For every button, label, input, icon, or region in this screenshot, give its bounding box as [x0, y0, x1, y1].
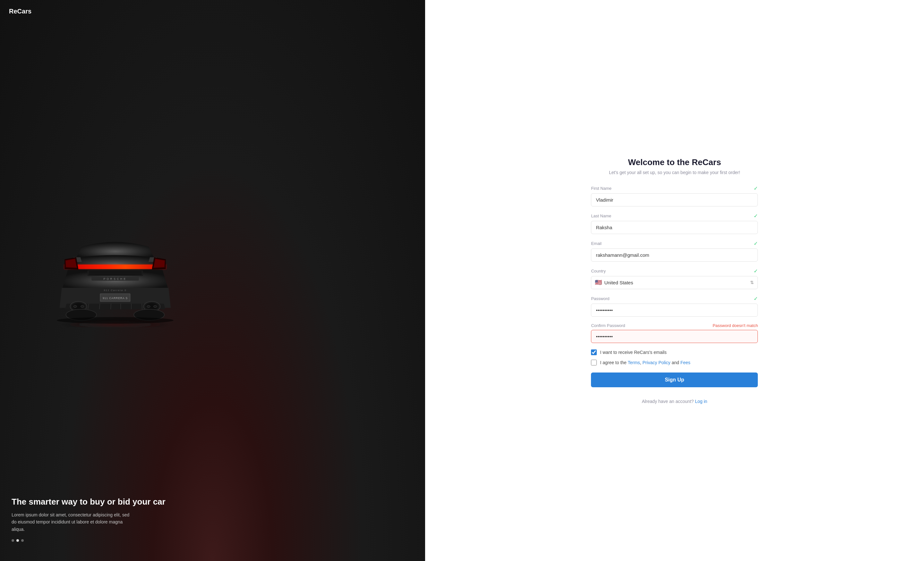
- svg-rect-11: [89, 272, 142, 274]
- privacy-policy-link[interactable]: Privacy Policy: [642, 360, 670, 365]
- email-field-group: Email ✓: [591, 241, 758, 262]
- login-prompt-text: Already have an account?: [642, 399, 694, 404]
- email-valid-icon: ✓: [754, 241, 758, 247]
- first-name-field-group: First Name ✓: [591, 185, 758, 206]
- last-name-valid-icon: ✓: [754, 213, 758, 219]
- app-logo: ReCars: [9, 8, 32, 15]
- confirm-password-field-group: Confirm Password Password doesn't match: [591, 323, 758, 343]
- svg-rect-12: [89, 274, 142, 275]
- hero-content: The smarter way to buy or bid your car L…: [12, 497, 414, 542]
- right-panel: Welcome to the ReCars Let's get your all…: [425, 0, 924, 561]
- country-field-group: Country ✓ 🇺🇸 United States Canada United…: [591, 268, 758, 289]
- car-image: PORSCHE 911 Carrera S 911 CARRERA S: [32, 222, 393, 329]
- confirm-password-label: Confirm Password: [591, 323, 625, 328]
- left-panel: ReCars: [0, 0, 425, 561]
- svg-line-7: [142, 304, 142, 309]
- last-name-label: Last Name: [591, 214, 611, 218]
- agree-terms-prefix: I agree to the: [600, 360, 627, 365]
- first-name-input[interactable]: [591, 193, 758, 206]
- last-name-field-group: Last Name ✓: [591, 213, 758, 234]
- country-select[interactable]: United States Canada United Kingdom Germ…: [591, 276, 758, 289]
- svg-line-4: [111, 304, 111, 309]
- dot-1[interactable]: [12, 539, 14, 542]
- password-field-group: Password ✓: [591, 296, 758, 317]
- dot-2[interactable]: [16, 539, 19, 542]
- password-label: Password: [591, 296, 609, 301]
- svg-point-33: [57, 317, 174, 324]
- sign-up-button[interactable]: Sign Up: [591, 373, 758, 387]
- form-subtitle: Let's get your all set up, so you can be…: [591, 170, 758, 175]
- confirm-password-input[interactable]: [591, 330, 758, 343]
- country-select-wrapper: 🇺🇸 United States Canada United Kingdom G…: [591, 276, 758, 289]
- last-name-input[interactable]: [591, 221, 758, 234]
- hero-headline: The smarter way to buy or bid your car: [12, 497, 414, 507]
- svg-text:PORSCHE: PORSCHE: [104, 277, 127, 280]
- svg-text:911 CARRERA S: 911 CARRERA S: [103, 296, 128, 300]
- login-link[interactable]: Log in: [695, 399, 707, 404]
- agree-terms-checkbox[interactable]: [591, 360, 597, 365]
- svg-point-25: [81, 305, 84, 308]
- receive-emails-row: I want to receive ReCars's emails: [591, 349, 758, 355]
- dot-3[interactable]: [21, 539, 24, 542]
- password-input[interactable]: [591, 304, 758, 317]
- country-valid-icon: ✓: [754, 268, 758, 274]
- agree-terms-sep2: and: [670, 360, 681, 365]
- receive-emails-label: I want to receive ReCars's emails: [600, 350, 666, 355]
- first-name-valid-icon: ✓: [754, 185, 758, 191]
- svg-point-24: [74, 305, 76, 308]
- email-label: Email: [591, 241, 602, 246]
- receive-emails-checkbox[interactable]: [591, 349, 597, 355]
- signup-form-container: Welcome to the ReCars Let's get your all…: [591, 157, 758, 404]
- confirm-password-error: Password doesn't match: [712, 323, 758, 328]
- email-input[interactable]: [591, 248, 758, 262]
- svg-point-29: [147, 305, 150, 308]
- svg-point-30: [154, 305, 157, 308]
- terms-link[interactable]: Terms: [628, 360, 640, 365]
- country-label: Country: [591, 269, 606, 274]
- carousel-dots: [12, 539, 414, 542]
- car-background: PORSCHE 911 Carrera S 911 CARRERA S: [0, 0, 425, 561]
- login-prompt-row: Already have an account? Log in: [591, 399, 758, 404]
- agree-terms-row: I agree to the Terms, Privacy Policy and…: [591, 360, 758, 365]
- password-valid-icon: ✓: [754, 296, 758, 302]
- fees-link[interactable]: Fees: [681, 360, 690, 365]
- hero-description: Lorem ipsum dolor sit amet, consectetur …: [12, 511, 134, 533]
- first-name-label: First Name: [591, 186, 612, 191]
- svg-rect-10: [89, 271, 142, 272]
- agree-terms-label: I agree to the Terms, Privacy Policy and…: [600, 360, 690, 365]
- svg-text:911 Carrera S: 911 Carrera S: [104, 289, 127, 292]
- form-title: Welcome to the ReCars: [591, 157, 758, 168]
- svg-rect-20: [64, 264, 167, 269]
